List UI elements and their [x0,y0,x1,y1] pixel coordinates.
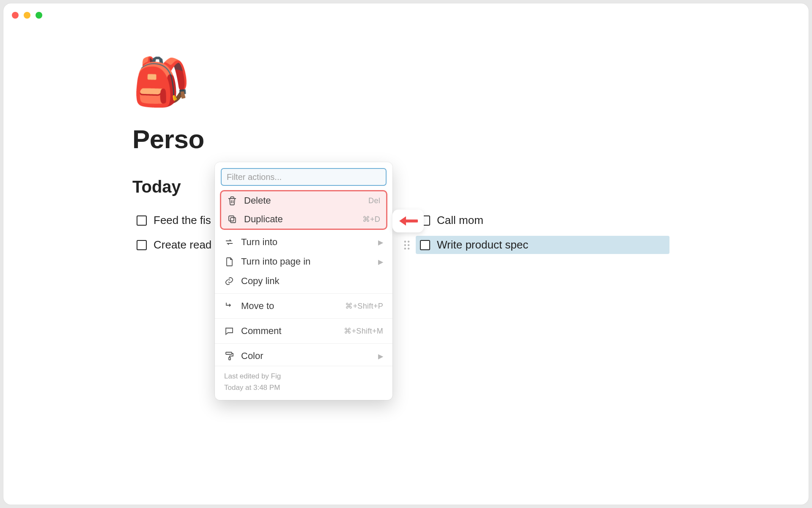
drag-handle-icon[interactable] [404,240,410,250]
menu-footer: Last edited by Fig Today at 3:48 PM [215,366,392,400]
last-edited-label: Last edited by Fig [224,370,383,382]
checkbox-icon[interactable] [137,240,147,250]
block-actions-menu: Delete Del Duplicate ⌘+D [215,162,392,400]
last-edited-time: Today at 3:48 PM [224,382,383,393]
page-icon [224,257,234,267]
menu-divider [215,343,392,344]
svg-rect-6 [230,218,236,223]
arrow-right-icon [224,301,234,311]
callout-arrow-icon [392,210,424,232]
chevron-right-icon: ▶ [378,258,383,266]
window-minimize-button[interactable] [24,12,30,19]
chevron-right-icon: ▶ [378,352,383,360]
menu-shortcut: ⌘+D [362,215,380,224]
traffic-lights [12,12,42,19]
svg-point-1 [408,240,409,242]
highlighted-actions-group: Delete Del Duplicate ⌘+D [220,190,387,230]
task-label: Create read [154,238,211,251]
checkbox-icon[interactable] [137,215,147,226]
task-label: Feed the fis [154,214,211,227]
window-close-button[interactable] [12,12,19,19]
svg-point-2 [404,244,406,246]
menu-item-color[interactable]: Color ▶ [215,346,392,366]
menu-item-duplicate[interactable]: Duplicate ⌘+D [221,210,386,229]
page-emoji-icon[interactable]: 🎒 [132,58,758,105]
svg-point-0 [404,240,406,242]
svg-point-4 [404,248,406,249]
swap-icon [224,237,234,247]
menu-divider [215,318,392,319]
page-title[interactable]: Perso [132,124,758,154]
link-icon [224,276,234,286]
task-item-selected[interactable]: Write product spec [416,236,669,254]
filter-actions-input[interactable] [221,168,387,186]
svg-rect-8 [226,352,232,354]
comment-icon [224,326,234,336]
svg-point-5 [408,248,409,249]
menu-item-turn-into[interactable]: Turn into ▶ [215,232,392,252]
svg-rect-7 [229,216,234,221]
menu-item-comment[interactable]: Comment ⌘+Shift+M [215,321,392,341]
menu-shortcut: ⌘+Shift+M [344,326,383,336]
checkbox-icon[interactable] [420,240,430,250]
menu-item-move-to[interactable]: Move to ⌘+Shift+P [215,296,392,316]
menu-item-delete[interactable]: Delete Del [221,191,386,210]
trash-icon [227,196,237,206]
task-item[interactable]: Call mom [416,211,669,229]
menu-divider [215,293,392,294]
window-zoom-button[interactable] [36,12,42,19]
app-window: 🎒 Perso Today Feed the fis Call mom Crea… [3,3,809,505]
svg-rect-9 [229,357,230,360]
menu-shortcut: ⌘+Shift+P [345,301,383,311]
svg-point-3 [408,244,409,246]
duplicate-icon [227,214,237,224]
menu-item-copy-link[interactable]: Copy link [215,271,392,291]
chevron-right-icon: ▶ [378,238,383,246]
task-label: Call mom [437,214,483,227]
menu-shortcut: Del [368,196,380,205]
task-label: Write product spec [437,238,528,251]
ml: Delete [244,195,362,206]
menu-item-turn-into-page[interactable]: Turn into page in ▶ [215,252,392,271]
paint-roller-icon [224,351,234,361]
